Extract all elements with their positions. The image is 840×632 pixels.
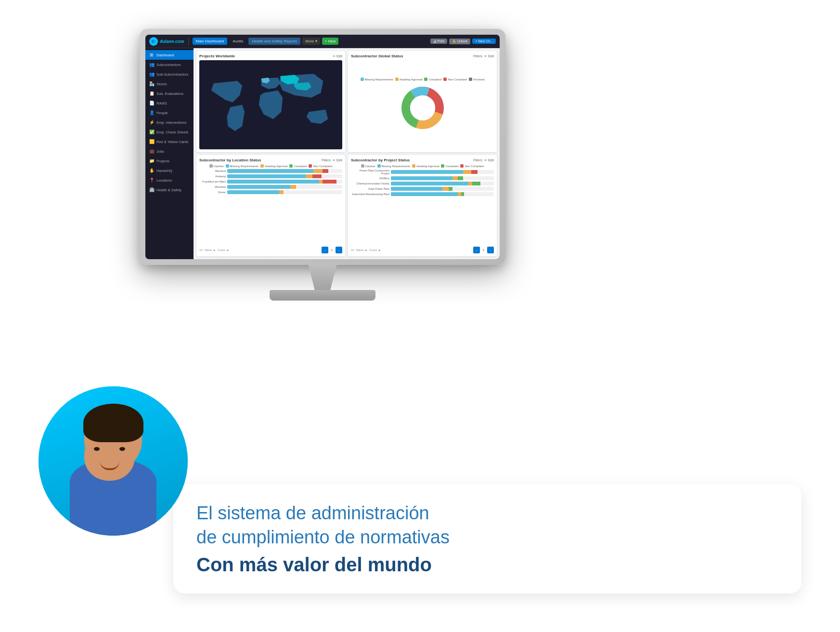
bar-seg-2 xyxy=(290,185,296,189)
more-dropdown[interactable]: More ▾ xyxy=(302,38,320,45)
sidebar-item-emp-interventions[interactable]: ⚡ Emp. Interventions xyxy=(145,118,194,127)
sidebar-item-people[interactable]: 👤 People xyxy=(145,108,194,118)
subcontractors-icon: 👥 xyxy=(149,62,154,67)
sidebar-item-handshq[interactable]: ✋ HandsHQ xyxy=(145,166,194,175)
interventions-icon: ⚡ xyxy=(149,120,154,125)
top-bar: 👥 dulann.com Main Dashboard Audits Healt… xyxy=(145,35,500,48)
bar-seg-3 xyxy=(312,174,322,178)
monitor-stand-base xyxy=(270,290,375,301)
widget-header-location: Subcontractor by Location Status Filters… xyxy=(199,158,342,162)
edit-global-button[interactable]: ✏ Edit xyxy=(484,54,494,58)
sidebar-item-stores[interactable]: 🏪 Stores xyxy=(145,79,194,89)
legend-missing: Missing Requirements xyxy=(361,78,393,81)
bar-seg-2 xyxy=(319,180,323,184)
bar-row-dover: Dover xyxy=(199,190,342,194)
widget-by-project: Subcontractor by Project Status Filters … xyxy=(348,155,497,256)
legend-dot-non-compliant xyxy=(443,78,447,81)
monitor-bezel: 👥 dulann.com Main Dashboard Audits Healt… xyxy=(140,29,505,265)
edit-project-button[interactable]: ✏ Edit xyxy=(484,158,494,162)
check-sheets-icon: ✅ xyxy=(149,130,154,134)
project-bar-chart: Power Plant Construction Project Distill… xyxy=(351,169,494,245)
dashboard-icon: ⊞ xyxy=(149,53,154,57)
bar-seg-3 xyxy=(323,169,328,173)
sidebar-item-health-safety[interactable]: 🏥 Health & Safety xyxy=(145,185,194,195)
legend-dot-compliant xyxy=(424,78,427,81)
print-button[interactable]: 🖨 Print xyxy=(430,39,447,44)
legend-inactive-proj: Inactive xyxy=(361,164,375,168)
sidebar-item-sub-evaluations[interactable]: 📋 Sub. Evaluations xyxy=(145,89,194,98)
widget-title-project: Subcontractor by Project Status xyxy=(351,158,410,162)
tab-audits[interactable]: Audits xyxy=(229,38,246,45)
tab-main-dashboard[interactable]: Main Dashboard xyxy=(193,38,228,45)
bar-seg-1 xyxy=(227,174,306,178)
projects-icon: 📁 xyxy=(149,158,154,163)
edit-location-button[interactable]: ✏ Edit xyxy=(333,158,342,162)
legend-compliant-loc: Compliant xyxy=(289,164,307,168)
next-page-proj-btn[interactable]: › xyxy=(487,247,494,253)
bar-row-antwerp: Antwerp xyxy=(199,174,342,178)
bar-seg-1 xyxy=(391,170,463,174)
tab-health-safety-reports[interactable]: Health and Safety Reports xyxy=(248,38,300,45)
widget-header-projects: Projects Worldwide ✏ Edit xyxy=(199,54,342,58)
sidebar-item-jobs[interactable]: 💼 Jobs xyxy=(145,146,194,156)
donut-chart-svg xyxy=(399,84,447,132)
bar-track-distillery xyxy=(391,176,494,180)
health-safety-icon: 🏥 xyxy=(149,187,154,192)
filters-global-button[interactable]: Filters xyxy=(473,54,482,58)
prev-page-btn[interactable]: ‹ xyxy=(322,247,328,253)
bar-track-wroclaw xyxy=(227,185,342,189)
sidebar-item-red-yellow-cards[interactable]: 🟨 Red & Yellow Cards xyxy=(145,137,194,146)
sidebar: ⊞ Dashboard 👥 Subcontractors 👥 Sub-Subco… xyxy=(145,48,194,259)
bar-seg-1 xyxy=(227,185,290,189)
bar-seg-2 xyxy=(452,176,458,180)
legend-inactive-loc: Inactive xyxy=(209,164,224,168)
dashboard-grid: Projects Worldwide ✏ Edit xyxy=(194,48,500,259)
legend-archived: Archived xyxy=(469,78,484,81)
bar-seg-2 xyxy=(463,170,471,174)
bar-seg-1 xyxy=(227,180,319,184)
prev-page-proj-btn[interactable]: ‹ xyxy=(473,247,480,253)
legend-dot-missing xyxy=(361,78,364,81)
legend-non-compliant-loc: Non Compliant xyxy=(309,164,332,168)
bar-track-wexford xyxy=(227,169,342,173)
bar-row-solar: Solar Power Plant xyxy=(351,187,494,191)
filters-project-button[interactable]: Filters xyxy=(473,158,482,162)
legend-dot-compliant-p xyxy=(441,164,444,168)
sidebar-item-projects[interactable]: 📁 Projects xyxy=(145,156,194,166)
project-bar-legend: Inactive Missing Requirements Awaiting A… xyxy=(351,164,494,168)
sidebar-item-emp-check-sheets[interactable]: ✅ Emp. Check Sheets xyxy=(145,127,194,137)
bar-seg-2 xyxy=(468,182,473,185)
tagline-line3: Con más valor del mundo xyxy=(196,553,778,576)
next-page-btn[interactable]: › xyxy=(336,247,342,253)
sidebar-item-subcontractors[interactable]: 👥 Subcontractors xyxy=(145,60,194,69)
edit-projects-button[interactable]: ✏ Edit xyxy=(333,54,342,58)
legend-dot-missing-p xyxy=(377,164,381,168)
widget-actions-project: Filters ✏ Edit xyxy=(473,158,494,162)
tagline-line1: El sistema de administración de cumplimi… xyxy=(196,501,778,549)
bar-seg-2 xyxy=(313,169,323,173)
widget-actions-projects: ✏ Edit xyxy=(333,54,342,58)
legend-missing-loc: Missing Requirements xyxy=(226,164,258,168)
bar-seg-1 xyxy=(391,187,442,191)
sidebar-item-locations[interactable]: 📍 Locations xyxy=(145,175,194,185)
bar-seg-3 xyxy=(458,176,463,180)
bar-seg-3 xyxy=(449,187,453,191)
sidebar-item-rams[interactable]: 📄 RAMS xyxy=(145,98,194,108)
new-checklist-button[interactable]: + New Ch... xyxy=(472,39,496,44)
cards-icon: 🟨 xyxy=(149,139,154,144)
unlock-button[interactable]: 🔒 Unlock xyxy=(449,39,470,44)
filters-location-button[interactable]: Filters xyxy=(322,158,331,162)
legend-dot-awaiting xyxy=(395,78,399,81)
new-button[interactable]: + New xyxy=(322,38,339,45)
bar-seg-3 xyxy=(471,170,478,174)
widget-actions-location: Filters ✏ Edit xyxy=(322,158,342,162)
legend-awaiting: Awaiting Approval xyxy=(395,78,423,81)
widget-header-global: Subcontractor Global Status Filters ✏ Ed… xyxy=(351,54,494,58)
bar-seg-2 xyxy=(279,190,284,194)
widget-header-project: Subcontractor by Project Status Filters … xyxy=(351,158,494,162)
sidebar-item-dashboard[interactable]: ⊞ Dashboard xyxy=(145,50,194,60)
legend-non-compliant: Non Compliant xyxy=(443,78,467,81)
sidebar-item-sub-subcontractors[interactable]: 👥 Sub-Subcontractors xyxy=(145,69,194,79)
project-pagination: 10 Name ▲ Count ▲ ‹ 1 › xyxy=(351,247,494,253)
right-eye xyxy=(119,447,125,451)
